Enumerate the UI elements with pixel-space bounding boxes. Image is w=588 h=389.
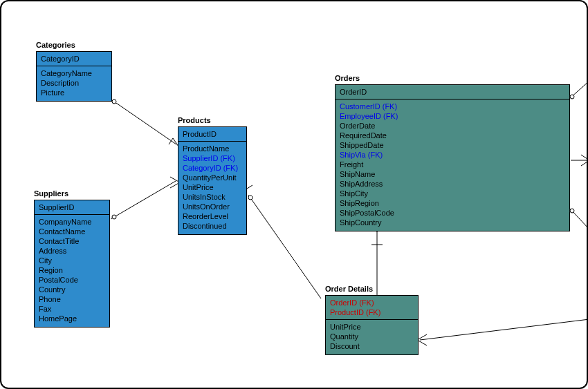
col: Discount xyxy=(330,341,414,351)
col: Phone xyxy=(39,294,105,304)
svg-line-19 xyxy=(570,209,588,229)
svg-line-2 xyxy=(169,138,173,144)
col: ShipAddress xyxy=(340,179,565,189)
entity-products[interactable]: ProductID ProductName SupplierID (FK) Ca… xyxy=(178,126,247,235)
col: Picture xyxy=(41,88,107,97)
col: QuantityPerUnit xyxy=(183,173,242,182)
cols-orders: CustomerID (FK) EmployeeID (FK) OrderDat… xyxy=(336,99,569,231)
col: ShippedDate xyxy=(340,140,565,150)
col: PostalCode xyxy=(39,275,105,285)
col: CategoryName xyxy=(41,68,107,78)
cols-categories: CategoryName Description Picture xyxy=(37,66,111,101)
svg-line-14 xyxy=(570,81,588,98)
entity-title-orderdetails: Order Details xyxy=(325,285,373,293)
col: UnitPrice xyxy=(183,182,242,192)
col: CompanyName xyxy=(39,217,105,227)
svg-line-18 xyxy=(581,160,588,166)
cols-orderdetails: UnitPrice Quantity Discount xyxy=(326,320,418,354)
entity-categories[interactable]: CategoryID CategoryName Description Pict… xyxy=(36,51,112,102)
svg-point-5 xyxy=(112,215,116,219)
svg-point-20 xyxy=(570,209,574,213)
entity-title-products: Products xyxy=(178,116,211,124)
er-diagram-frame: Categories CategoryID CategoryName Descr… xyxy=(0,0,588,389)
col: ShipName xyxy=(340,169,565,179)
pk-orderid-fk: OrderID (FK) xyxy=(330,298,414,307)
col: ShipPostalCode xyxy=(340,208,565,218)
col: ShipCountry xyxy=(340,218,565,227)
svg-line-0 xyxy=(114,102,176,144)
col: Address xyxy=(39,246,105,256)
entity-title-categories: Categories xyxy=(36,41,75,49)
col: UnitsOnOrder xyxy=(183,202,242,211)
col-fk: CategoryID (FK) xyxy=(183,163,242,173)
col: RequiredDate xyxy=(340,131,565,140)
svg-point-1 xyxy=(112,99,116,104)
col: Quantity xyxy=(330,332,414,341)
cols-products: ProductName SupplierID (FK) CategoryID (… xyxy=(178,142,246,234)
col-fk: ShipVia (FK) xyxy=(340,150,565,160)
pk-supplierid: SupplierID xyxy=(35,200,109,215)
entity-orders[interactable]: OrderID CustomerID (FK) EmployeeID (FK) … xyxy=(335,84,570,231)
svg-line-23 xyxy=(417,340,427,345)
col: ShipCity xyxy=(340,189,565,198)
svg-line-17 xyxy=(581,155,588,160)
pk-orderdetails: OrderID (FK) ProductID (FK) xyxy=(326,296,418,320)
svg-line-8 xyxy=(248,195,321,298)
col: ProductName xyxy=(183,144,242,153)
svg-point-15 xyxy=(570,95,574,99)
col: HomePage xyxy=(39,314,105,323)
pk-orderid: OrderID xyxy=(336,85,569,99)
col-fk: EmployeeID (FK) xyxy=(340,111,565,121)
col: ReorderLevel xyxy=(183,211,242,221)
col: Discontinued xyxy=(183,221,242,231)
svg-line-22 xyxy=(417,334,427,340)
col: Description xyxy=(41,78,107,88)
pk-productid: ProductID xyxy=(178,127,246,142)
entity-title-orders: Orders xyxy=(335,74,360,82)
entity-title-suppliers: Suppliers xyxy=(34,189,68,198)
col-fk: CustomerID (FK) xyxy=(340,102,565,111)
svg-line-21 xyxy=(420,319,588,340)
svg-line-4 xyxy=(111,181,176,219)
pk-productid-fk: ProductID (FK) xyxy=(330,307,414,317)
entity-orderdetails[interactable]: OrderID (FK) ProductID (FK) UnitPrice Qu… xyxy=(325,295,419,355)
cols-suppliers: CompanyName ContactName ContactTitle Add… xyxy=(35,215,109,327)
col: Region xyxy=(39,265,105,275)
col: UnitPrice xyxy=(330,322,414,332)
col: Freight xyxy=(340,160,565,169)
entity-suppliers[interactable]: SupplierID CompanyName ContactName Conta… xyxy=(34,200,110,328)
col: Country xyxy=(39,285,105,294)
col: ShipRegion xyxy=(340,198,565,208)
col: OrderDate xyxy=(340,121,565,131)
col: ContactName xyxy=(39,227,105,236)
col: UnitsInStock xyxy=(183,192,242,202)
col: City xyxy=(39,256,105,265)
col: Fax xyxy=(39,304,105,314)
pk-categoryid: CategoryID xyxy=(37,52,111,66)
col-fk: SupplierID (FK) xyxy=(183,153,242,163)
svg-point-9 xyxy=(248,196,252,200)
col: ContactTitle xyxy=(39,236,105,246)
